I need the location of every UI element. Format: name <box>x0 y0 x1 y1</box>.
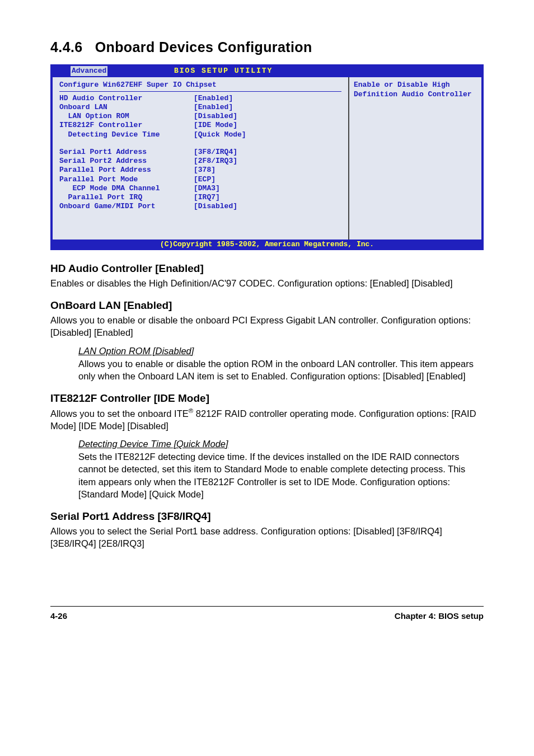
lan-option-rom-block: LAN Option ROM [Disabled] Allows you to … <box>50 346 484 383</box>
lan-option-rom-title: LAN Option ROM [Disabled] <box>78 346 484 356</box>
bios-help-pane: Enable or Disable High Definition Audio … <box>349 77 481 239</box>
detecting-time-title: Detecting Device Time [Quick Mode] <box>78 439 484 449</box>
page-number: 4-26 <box>50 611 67 621</box>
ite-text: Allows you to set the onboard ITE® 8212F… <box>50 407 484 432</box>
section-heading: 4.4.6 Onboard Devices Configuration <box>50 39 484 55</box>
hd-audio-text: Enables or disables the High Definition/… <box>50 277 484 289</box>
page-footer: 4-26 Chapter 4: BIOS setup <box>50 606 484 621</box>
bios-row[interactable]: ITE8212F Controller[IDE Mode] <box>59 121 341 130</box>
section-title-text: Onboard Devices Configuration <box>95 39 312 55</box>
serial1-title: Serial Port1 Address [3F8/IRQ4] <box>50 510 484 523</box>
onboard-lan-title: OnBoard LAN [Enabled] <box>50 299 484 312</box>
bios-row[interactable]: Parallel Port Mode[ECP] <box>59 175 341 184</box>
bios-row[interactable]: Detecting Device Time[Quick Mode] <box>59 130 341 139</box>
bios-row[interactable]: HD Audio Controller[Enabled] <box>59 94 341 103</box>
bios-row[interactable]: Onboard Game/MIDI Port[Disabled] <box>59 202 341 211</box>
onboard-lan-text: Allows you to enable or disable the onbo… <box>50 314 484 339</box>
bios-group-2: Serial Port1 Address[3F8/IRQ4] Serial Po… <box>59 148 341 212</box>
bios-footer: (C)Copyright 1985-2002, American Megatre… <box>50 240 484 250</box>
bios-row[interactable]: Serial Port2 Address[2F8/IRQ3] <box>59 157 341 166</box>
bios-header: Advanced BIOS SETUP UTILITY <box>50 64 484 76</box>
bios-row[interactable]: Parallel Port IRQ[IRQ7] <box>59 193 341 202</box>
detecting-time-block: Detecting Device Time [Quick Mode] Sets … <box>50 439 484 500</box>
bios-subheader: Configure Win627EHF Super IO Chipset <box>59 81 341 91</box>
bios-row[interactable]: Onboard LAN[Enabled] <box>59 103 341 112</box>
bios-row[interactable]: LAN Option ROM[Disabled] <box>59 112 341 121</box>
registered-icon: ® <box>189 407 194 414</box>
ite-text-pre: Allows you to set the onboard ITE <box>50 408 189 419</box>
ite-title: ITE8212F Controller [IDE Mode] <box>50 392 484 405</box>
bios-utility-panel: Advanced BIOS SETUP UTILITY Configure Wi… <box>50 64 484 250</box>
bios-tab-advanced[interactable]: Advanced <box>71 66 107 76</box>
hd-audio-title: HD Audio Controller [Enabled] <box>50 262 484 275</box>
bios-settings-pane: Configure Win627EHF Super IO Chipset HD … <box>53 77 349 239</box>
lan-option-rom-text: Allows you to enable or disable the opti… <box>78 358 484 383</box>
serial1-text: Allows you to select the Serial Port1 ba… <box>50 525 484 550</box>
bios-row[interactable]: Parallel Port Address[378] <box>59 166 341 175</box>
bios-header-title: BIOS SETUP UTILITY <box>135 67 273 76</box>
detecting-time-text: Sets the ITE8212F detecting device time.… <box>78 450 484 500</box>
section-number: 4.4.6 <box>50 39 83 55</box>
chapter-label: Chapter 4: BIOS setup <box>395 611 484 621</box>
bios-row[interactable]: Serial Port1 Address[3F8/IRQ4] <box>59 148 341 157</box>
bios-row[interactable]: ECP Mode DMA Channel[DMA3] <box>59 184 341 193</box>
bios-group-1: HD Audio Controller[Enabled] Onboard LAN… <box>59 94 341 139</box>
